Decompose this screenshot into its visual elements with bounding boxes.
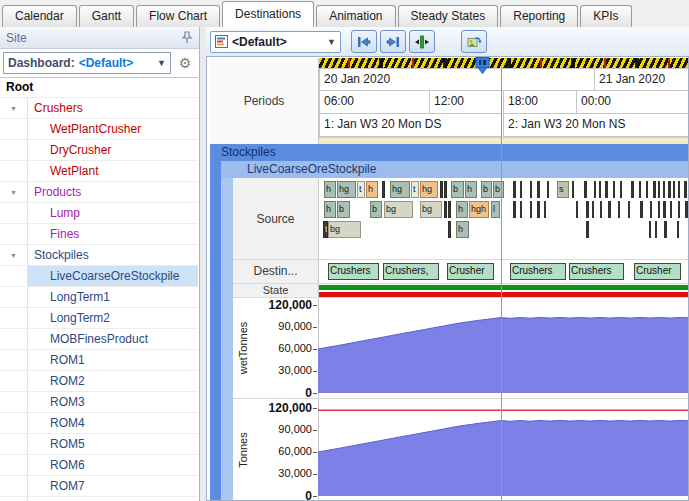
collapse-icon[interactable]: ▼ <box>0 98 28 118</box>
timeline-date-cell[interactable]: 21 Jan 2020 <box>594 69 689 91</box>
destination-task-block[interactable]: Crushers, <box>383 263 439 280</box>
source-task-block[interactable]: b <box>451 181 464 198</box>
tree-item-rom4[interactable]: ROM4 <box>0 413 198 434</box>
timeline-time-cell[interactable]: 06:00 <box>319 91 429 114</box>
destination-task-block[interactable]: Crushers <box>569 263 624 280</box>
source-task-block[interactable]: bg <box>384 201 413 218</box>
source-task-tick[interactable] <box>650 201 652 218</box>
destination-task-block[interactable]: Crusher <box>447 263 494 280</box>
source-task-block[interactable] <box>382 181 385 198</box>
timeline-shift-cell[interactable]: 2: Jan W3 20 Mon NS <box>503 114 689 137</box>
collapse-icon[interactable]: ▼ <box>0 182 28 202</box>
source-task-block[interactable]: t <box>357 181 365 198</box>
source-task-tick[interactable] <box>513 181 516 198</box>
source-task-tick[interactable] <box>663 181 665 198</box>
source-task-tick[interactable] <box>613 181 615 198</box>
source-task-block[interactable]: hg <box>337 181 356 198</box>
source-task-tick[interactable] <box>658 201 660 218</box>
timeline-date-cell[interactable]: 20 Jan 2020 <box>319 69 594 91</box>
source-task-tick[interactable] <box>670 201 672 218</box>
tab-calendar[interactable]: Calendar <box>2 5 77 27</box>
source-task-tick[interactable] <box>664 221 667 238</box>
tab-steady-states[interactable]: Steady States <box>398 5 499 27</box>
source-task-tick[interactable] <box>547 181 549 198</box>
tree-item-longterm1[interactable]: LongTerm1 <box>0 287 198 308</box>
tab-flow-chart[interactable]: Flow Chart <box>136 5 220 27</box>
source-task-block[interactable]: b <box>493 181 504 198</box>
destination-task-block[interactable]: Crusher <box>634 263 681 280</box>
source-task-tick[interactable] <box>520 201 522 218</box>
source-task-tick[interactable] <box>592 201 594 218</box>
collapse-icon[interactable]: ▼ <box>0 245 28 265</box>
edit-view-button[interactable] <box>461 30 487 53</box>
source-task-tick[interactable] <box>513 201 516 218</box>
source-task-tick[interactable] <box>678 201 680 218</box>
stockpile-item-band[interactable]: LiveCoarseOreStockpile <box>221 161 689 178</box>
tab-gantt[interactable]: Gantt <box>79 5 134 27</box>
tree-item-rom2[interactable]: ROM2 <box>0 371 198 392</box>
tree-item-drycrusher[interactable]: DryCrusher <box>0 140 198 161</box>
source-task-tick[interactable] <box>544 201 546 218</box>
tree-item-mobfinesproduct[interactable]: MOBFinesProduct <box>0 329 198 350</box>
tree-item-lump[interactable]: Lump <box>0 203 198 224</box>
source-task-block[interactable]: t <box>411 181 419 198</box>
source-task-tick[interactable] <box>605 181 608 198</box>
tree-item-livecoarseorestockpile[interactable]: LiveCoarseOreStockpile <box>0 266 198 287</box>
source-task-tick[interactable] <box>576 201 578 218</box>
source-task-block[interactable]: bg <box>420 201 442 218</box>
source-task-tick[interactable] <box>618 201 620 218</box>
tab-destinations[interactable]: Destinations <box>222 1 314 27</box>
source-task-block[interactable]: l <box>491 201 500 218</box>
source-task-tick[interactable] <box>586 221 589 238</box>
tree-item-rom7[interactable]: ROM7 <box>0 476 198 497</box>
tree-item-root[interactable]: Root <box>0 78 198 98</box>
tree-item-wetplantcrusher[interactable]: WetPlantCrusher <box>0 119 198 140</box>
source-task-tick[interactable] <box>677 221 679 238</box>
source-task-block[interactable]: s <box>557 181 569 198</box>
source-task-block[interactable]: h <box>366 181 378 198</box>
source-task-tick[interactable] <box>600 201 602 218</box>
source-task-tick[interactable] <box>685 201 688 218</box>
source-task-tick[interactable] <box>608 201 611 218</box>
source-task-tick[interactable] <box>594 181 596 198</box>
source-task-tick[interactable] <box>628 201 630 218</box>
source-task-block[interactable] <box>440 181 443 198</box>
pin-icon[interactable] <box>181 31 193 44</box>
source-task-block[interactable]: hg <box>420 181 438 198</box>
timeline-time-cell[interactable]: 00:00 <box>576 91 689 114</box>
source-task-tick[interactable] <box>584 181 587 198</box>
source-task-tick[interactable] <box>673 181 675 198</box>
source-task-tick[interactable] <box>572 181 574 198</box>
source-task-tick[interactable] <box>520 181 522 198</box>
tree-item-rom3[interactable]: ROM3 <box>0 392 198 413</box>
tab-reporting[interactable]: Reporting <box>500 5 578 27</box>
tree-item-fines[interactable]: Fines <box>0 224 198 245</box>
tree-item-rom6[interactable]: ROM6 <box>0 455 198 476</box>
source-task-tick[interactable] <box>599 181 601 198</box>
state-bar-green[interactable] <box>319 285 689 290</box>
fit-to-range-button[interactable] <box>409 30 435 53</box>
scroll-right-button[interactable] <box>380 30 406 53</box>
source-task-tick[interactable] <box>663 201 666 218</box>
source-task-tick[interactable] <box>668 181 671 198</box>
stock-level-chart-wettonnes[interactable] <box>318 297 689 398</box>
tab-animation[interactable]: Animation <box>316 5 395 27</box>
source-task-block[interactable]: bg <box>328 221 361 238</box>
source-task-tick[interactable] <box>655 221 657 238</box>
source-task-tick[interactable] <box>631 181 634 198</box>
source-task-block[interactable]: h <box>324 181 336 198</box>
source-task-tick[interactable] <box>586 201 589 218</box>
source-task-tick[interactable] <box>537 201 540 218</box>
source-task-tick[interactable] <box>678 181 680 198</box>
source-task-block[interactable]: h <box>456 221 469 238</box>
source-task-block[interactable]: b <box>481 181 492 198</box>
source-task-block[interactable]: b <box>337 201 350 218</box>
stock-level-chart-tonnes[interactable] <box>318 398 689 501</box>
tree-item-rom5[interactable]: ROM5 <box>0 434 198 455</box>
source-task-tick[interactable] <box>530 181 532 198</box>
source-task-block[interactable] <box>444 181 447 198</box>
source-task-block[interactable] <box>448 221 451 238</box>
tree-item-longterm2[interactable]: LongTerm2 <box>0 308 198 329</box>
tree-item-wetplant[interactable]: WetPlant <box>0 161 198 182</box>
source-task-tick[interactable] <box>653 181 656 198</box>
